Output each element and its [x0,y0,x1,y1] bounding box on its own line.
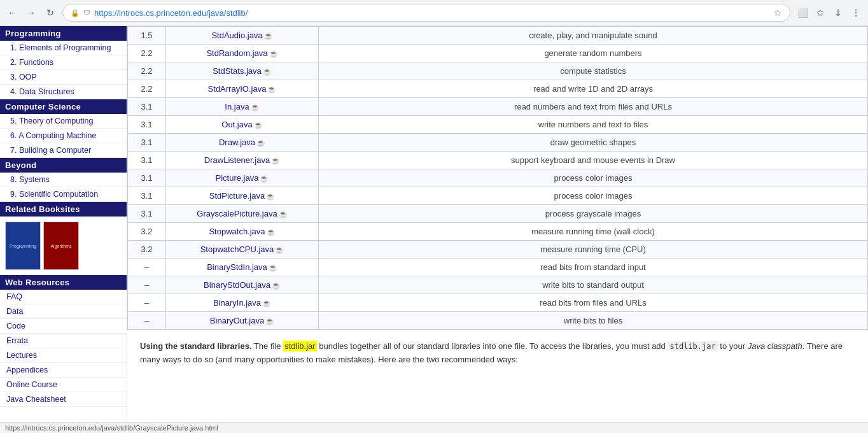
file-link[interactable]: StdPicture.java [209,191,265,201]
download-button[interactable]: ⇓ [831,6,845,20]
main-layout: Programming 1. Elements of Programming 2… [0,26,868,422]
stdlib-jar-code: stdlib.jar [668,341,717,351]
sidebar-item-errata[interactable]: Errata [0,334,127,348]
row-file[interactable]: Stopwatch.java ☕ [166,223,319,241]
file-link[interactable]: Picture.java [216,173,259,183]
sidebar-item-code[interactable]: Code [0,319,127,334]
sidebar-item-online-course[interactable]: Online Course [0,378,127,392]
row-file[interactable]: Out.java ☕ [166,116,319,134]
row-section: – [128,294,166,312]
shield-icon: 🛡 [83,9,90,17]
row-section: 2.2 [128,80,166,98]
table-row: 3.1StdPicture.java ☕process color images [128,187,868,205]
row-file[interactable]: BinaryStdOut.java ☕ [166,276,319,294]
row-file[interactable]: StdRandom.java ☕ [166,45,319,62]
web-resources-items: FAQ Data Code Errata Lectures Appendices… [0,290,127,407]
row-desc: process color images [319,169,868,187]
java-icon: ☕ [271,157,280,165]
reload-button[interactable]: ↻ [43,6,57,20]
java-icon: ☕ [251,103,260,111]
row-file[interactable]: StdStats.java ☕ [166,62,319,80]
row-section: 3.1 [128,116,166,134]
sidebar-item-a-computing-machine[interactable]: 6. A Computing Machine [0,129,127,143]
sidebar-item-scientific-computation[interactable]: 9. Scientific Computation [0,187,127,202]
file-link[interactable]: Stopwatch.java [209,227,265,236]
java-icon: ☕ [267,85,276,94]
row-file[interactable]: StdAudio.java ☕ [166,27,319,45]
row-desc: read numbers and text from files and URL… [319,98,868,116]
menu-button[interactable]: ⋮ [849,6,863,20]
browser-chrome: ← → ↻ 🔒 🛡 ☆ ⬜ ✩ ⇓ ⋮ [0,0,868,26]
sidebar-item-appendices[interactable]: Appendices [0,363,127,378]
sidebar-item-elements-of-programming[interactable]: 1. Elements of Programming [0,41,127,55]
sidebar-item-building-a-computer[interactable]: 7. Building a Computer [0,143,127,158]
table-row: 3.1GrayscalePicture.java ☕process graysc… [128,205,868,223]
file-link[interactable]: BinaryOut.java [210,316,264,325]
sidebar-item-oop[interactable]: 3. OOP [0,70,127,85]
row-section: 3.1 [128,187,166,205]
sidebar-item-systems[interactable]: 8. Systems [0,173,127,187]
url-input[interactable] [94,8,770,18]
file-link[interactable]: Out.java [221,120,252,129]
java-icon: ☕ [269,264,277,272]
row-section: 2.2 [128,45,166,62]
book-algorithms[interactable]: Algorithms [43,222,79,270]
row-file[interactable]: GrayscalePicture.java ☕ [166,205,319,223]
java-icon: ☕ [254,121,263,129]
row-file[interactable]: Picture.java ☕ [166,169,319,187]
file-link[interactable]: StdRandom.java [206,48,267,58]
row-file[interactable]: StopwatchCPU.java ☕ [166,241,319,259]
java-icon: ☕ [262,299,271,308]
address-bar: 🔒 🛡 ☆ [62,4,790,22]
book-programming[interactable]: Programming [5,222,41,270]
row-file[interactable]: DrawListener.java ☕ [166,152,319,169]
file-link[interactable]: GrayscalePicture.java [197,209,277,218]
table-row: –BinaryStdOut.java ☕write bits to standa… [128,276,868,294]
file-link[interactable]: BinaryStdIn.java [207,262,267,272]
sidebar-item-lectures[interactable]: Lectures [0,348,127,363]
row-desc: write bits to standard output [319,276,868,294]
java-icon: ☕ [263,67,272,76]
browser-icons: ⬜ ✩ ⇓ ⋮ [795,6,863,20]
row-section: 1.5 [128,27,166,45]
row-file[interactable]: StdPicture.java ☕ [166,187,319,205]
row-file[interactable]: BinaryOut.java ☕ [166,312,319,330]
row-section: 2.2 [128,62,166,80]
file-link[interactable]: StdArrayIO.java [208,84,267,94]
row-file[interactable]: BinaryIn.java ☕ [166,294,319,312]
file-link[interactable]: BinaryStdOut.java [204,280,270,290]
extensions-button[interactable]: ⬜ [795,6,809,20]
table-row: 3.2StopwatchCPU.java ☕measure running ti… [128,241,868,259]
row-desc: generate random numbers [319,45,868,62]
java-icon: ☕ [269,50,278,58]
using-label: Using the standard libraries. [140,341,252,351]
file-link[interactable]: StopwatchCPU.java [200,245,274,254]
file-link[interactable]: StdStats.java [213,66,262,76]
sidebar-item-data[interactable]: Data [0,304,127,319]
file-link[interactable]: StdAudio.java [211,31,262,40]
bookmark-icon[interactable]: ☆ [774,8,782,18]
lock-icon: 🔒 [71,9,80,17]
row-file[interactable]: In.java ☕ [166,98,319,116]
favorite-button[interactable]: ✩ [813,6,827,20]
back-button[interactable]: ← [5,6,19,20]
table-row: 3.1Draw.java ☕draw geometric shapes [128,134,868,152]
table-row: –BinaryIn.java ☕read bits from files and… [128,294,868,312]
sidebar-item-theory-of-computing[interactable]: 5. Theory of Computing [0,114,127,129]
row-file[interactable]: StdArrayIO.java ☕ [166,80,319,98]
forward-button[interactable]: → [24,6,38,20]
table-row: 3.1DrawListener.java ☕support keyboard a… [128,152,868,169]
file-link[interactable]: BinaryIn.java [213,298,261,308]
sidebar-item-java-cheatsheet[interactable]: Java Cheatsheet [0,392,127,407]
table-row: 3.1In.java ☕read numbers and text from f… [128,98,868,116]
row-file[interactable]: BinaryStdIn.java ☕ [166,259,319,276]
row-file[interactable]: Draw.java ☕ [166,134,319,152]
file-link[interactable]: DrawListener.java [204,155,270,165]
row-desc: process grayscale images [319,205,868,223]
sidebar-item-faq[interactable]: FAQ [0,290,127,304]
file-link[interactable]: In.java [225,102,249,111]
row-section: 3.1 [128,205,166,223]
sidebar-item-data-structures[interactable]: 4. Data Structures [0,85,127,99]
sidebar-item-functions[interactable]: 2. Functions [0,55,127,70]
file-link[interactable]: Draw.java [219,138,255,147]
